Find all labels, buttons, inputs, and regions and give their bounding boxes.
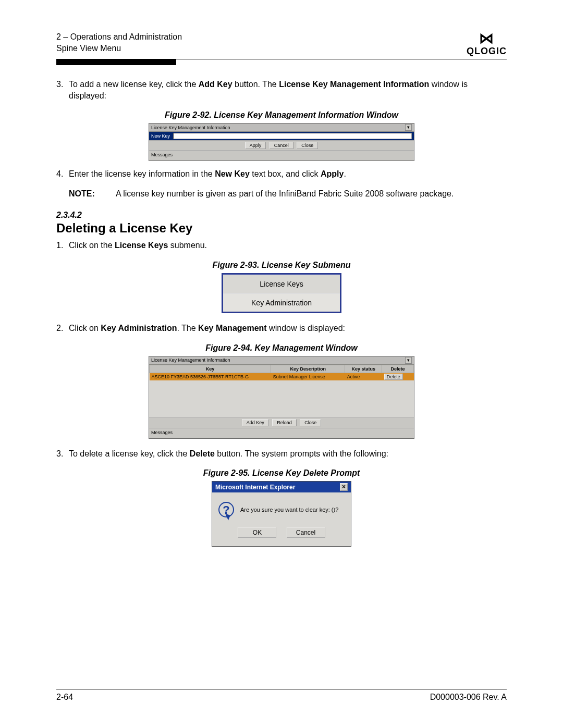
figure-93-wrap: License Keys Key Administration xyxy=(222,273,341,313)
step-number: 3. xyxy=(56,448,69,460)
fig92-messages: Messages xyxy=(149,151,414,161)
figure-94-caption: Figure 2-94. Key Management Window xyxy=(56,343,507,353)
col-status: Key status xyxy=(345,365,382,373)
step-text: Enter the license key information in the… xyxy=(69,168,507,180)
figure-92-window: License Key Management Information ▾ New… xyxy=(149,123,414,161)
col-desc: Key Description xyxy=(271,365,345,373)
fig94-table: Key Key Description Key status Delete AS… xyxy=(149,365,414,417)
section-number: 2.3.4.2 xyxy=(56,211,507,220)
logo-glyph-icon: ⋈ xyxy=(467,31,507,46)
fig92-newkey-row: New Key xyxy=(149,132,414,140)
fig94-messages: Messages xyxy=(149,428,414,438)
fig94-button-row: Add Key Reload Close xyxy=(149,417,414,428)
section-title: Spine View Menu xyxy=(56,43,182,54)
header-text: 2 – Operations and Administration Spine … xyxy=(56,31,182,55)
newkey-input[interactable] xyxy=(173,133,412,139)
fig92-titlebar: License Key Management Information ▾ xyxy=(149,124,414,132)
close-icon[interactable]: ▾ xyxy=(405,124,412,131)
page-footer: 2-64 D000003-006 Rev. A xyxy=(56,689,507,702)
step-3: 3. To add a new license key, click the A… xyxy=(56,79,507,101)
step-text: Click on the License Keys submenu. xyxy=(69,240,507,251)
document-page: 2 – Operations and Administration Spine … xyxy=(0,0,563,573)
fig94-titlebar: License Key Management Information ▾ xyxy=(149,356,414,365)
note-label: NOTE: xyxy=(69,188,116,200)
figure-95-caption: Figure 2-95. License Key Delete Prompt xyxy=(56,468,507,478)
delete-button[interactable]: Delete xyxy=(384,374,403,380)
section-heading: Deleting a License Key xyxy=(56,221,507,236)
reload-button[interactable]: Reload xyxy=(272,419,297,426)
fig95-title: Microsoft Internet Explorer xyxy=(215,484,295,491)
figure-92-caption: Figure 2-92. License Key Management Info… xyxy=(56,110,507,120)
figure-94-window: License Key Management Information ▾ Key… xyxy=(149,356,414,439)
step-text: Click on Key Administration. The Key Man… xyxy=(69,323,507,334)
delete-step-2: 2. Click on Key Administration. The Key … xyxy=(56,323,507,334)
cell-status: Active xyxy=(345,373,382,380)
note-block: NOTE: A license key number is given as p… xyxy=(69,188,507,200)
delete-step-1: 1. Click on the License Keys submenu. xyxy=(56,240,507,251)
doc-revision: D000003-006 Rev. A xyxy=(430,693,507,702)
brand-name: QLOGIC xyxy=(467,46,507,57)
close-icon[interactable]: ▾ xyxy=(405,357,412,364)
fig95-message: Are you sure you want to clear key: ()? xyxy=(240,507,338,513)
cell-key: ASCE10 FY3EAD 536526-JT6B5T-RT1CTB-G xyxy=(150,373,271,380)
cancel-button[interactable]: Cancel xyxy=(270,142,293,149)
page-number: 2-64 xyxy=(56,693,73,702)
add-key-button[interactable]: Add Key xyxy=(242,419,269,426)
apply-button[interactable]: Apply xyxy=(245,142,266,149)
col-delete: Delete xyxy=(382,365,414,373)
note-text: A license key number is given as part of… xyxy=(116,188,454,200)
step-text: To add a new license key, click the Add … xyxy=(69,79,507,101)
col-key: Key xyxy=(150,365,271,373)
step-4: 4. Enter the license key information in … xyxy=(56,168,507,180)
step-number: 4. xyxy=(56,168,69,180)
step-number: 1. xyxy=(56,240,69,251)
fig95-titlebar: Microsoft Internet Explorer × xyxy=(212,482,351,492)
table-row[interactable]: ASCE10 FY3EAD 536526-JT6B5T-RT1CTB-G Sub… xyxy=(150,373,414,380)
brand-logo: ⋈ QLOGIC xyxy=(467,31,507,57)
figure-93-menu: License Keys Key Administration xyxy=(222,273,341,313)
fig95-body: ? Are you sure you want to clear key: ()… xyxy=(212,492,351,525)
chapter-title: 2 – Operations and Administration xyxy=(56,31,182,43)
table-header-row: Key Key Description Key status Delete xyxy=(150,365,414,373)
table-empty-space xyxy=(150,380,414,417)
ok-button[interactable]: OK xyxy=(238,527,276,538)
question-icon: ? xyxy=(218,502,234,517)
fig94-title: License Key Management Information xyxy=(151,357,230,363)
menu-item-key-administration[interactable]: Key Administration xyxy=(223,293,340,312)
fig92-button-row: Apply Cancel Close xyxy=(149,140,414,151)
cell-desc: Subnet Manager License xyxy=(271,373,345,380)
menu-item-license-keys[interactable]: License Keys xyxy=(223,275,340,293)
fig92-title: License Key Management Information xyxy=(151,125,230,130)
figure-95-dialog: Microsoft Internet Explorer × ? Are you … xyxy=(212,481,351,547)
close-icon[interactable]: × xyxy=(340,483,348,491)
newkey-label: New Key xyxy=(151,133,170,139)
figure-93-caption: Figure 2-93. License Key Submenu xyxy=(56,261,507,270)
fig95-buttons: OK Cancel xyxy=(212,525,351,546)
close-button[interactable]: Close xyxy=(297,142,318,149)
cancel-button[interactable]: Cancel xyxy=(287,527,325,538)
step-text: To delete a license key, click the Delet… xyxy=(69,448,507,460)
delete-step-3: 3. To delete a license key, click the De… xyxy=(56,448,507,460)
step-number: 2. xyxy=(56,323,69,334)
page-header: 2 – Operations and Administration Spine … xyxy=(56,31,507,57)
header-black-bar xyxy=(56,59,176,65)
close-button[interactable]: Close xyxy=(300,419,321,426)
step-number: 3. xyxy=(56,79,69,101)
cell-delete: Delete xyxy=(382,373,414,380)
